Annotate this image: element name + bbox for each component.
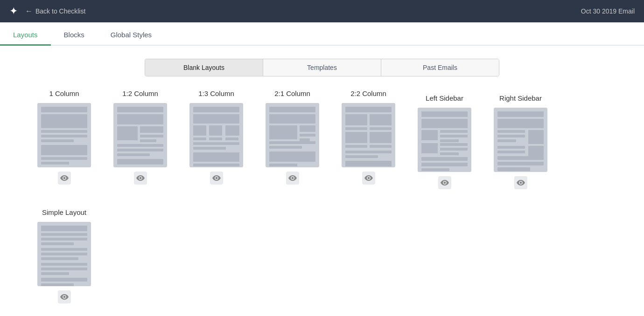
preview-row-2-1-column[interactable] xyxy=(286,171,299,185)
svg-rect-16 xyxy=(117,153,150,156)
layout-thumb-1-2-column[interactable] xyxy=(113,103,167,167)
layouts-grid: 1 Column xyxy=(37,89,607,304)
svg-rect-74 xyxy=(497,156,544,160)
svg-rect-56 xyxy=(440,135,468,137)
eye-icon-2-2-column[interactable] xyxy=(362,172,375,185)
svg-rect-51 xyxy=(345,161,392,166)
back-arrow-icon: ← xyxy=(25,7,33,15)
svg-rect-15 xyxy=(117,149,163,151)
eye-icon-1-2-column[interactable] xyxy=(134,172,147,185)
preview-row-1-column[interactable] xyxy=(58,171,71,185)
preview-row-1-3-column[interactable] xyxy=(210,171,223,185)
layout-thumb-2-2-column[interactable] xyxy=(342,103,395,167)
layout-item-2-1-column: 2:1 Column xyxy=(266,89,319,190)
sub-tab-blank-layouts[interactable]: Blank Layouts xyxy=(145,59,263,76)
layout-thumb-2-1-column[interactable] xyxy=(266,103,319,167)
eye-icon-1-column[interactable] xyxy=(58,172,71,185)
svg-rect-60 xyxy=(440,148,468,151)
logo-icon: ✦ xyxy=(9,5,18,17)
svg-rect-67 xyxy=(497,130,525,133)
preview-row-left-sidebar[interactable] xyxy=(438,176,451,190)
svg-rect-70 xyxy=(528,130,544,144)
svg-rect-29 xyxy=(193,164,239,166)
svg-rect-10 xyxy=(117,126,138,140)
svg-rect-26 xyxy=(193,142,239,145)
svg-rect-12 xyxy=(140,135,163,137)
svg-rect-11 xyxy=(140,126,163,133)
layout-thumb-left-sidebar[interactable] xyxy=(418,108,471,172)
svg-rect-64 xyxy=(421,168,449,171)
svg-rect-82 xyxy=(41,253,87,255)
svg-rect-46 xyxy=(370,132,392,143)
eye-icon-right-sidebar[interactable] xyxy=(514,176,527,189)
tab-layouts[interactable]: Layouts xyxy=(0,25,51,46)
preview-row-1-2-column[interactable] xyxy=(134,171,147,185)
svg-rect-20 xyxy=(193,125,206,136)
preview-row-2-2-column[interactable] xyxy=(362,171,375,185)
svg-rect-59 xyxy=(440,143,468,146)
svg-rect-84 xyxy=(41,263,87,266)
svg-rect-13 xyxy=(140,139,156,142)
preview-row-simple-layout[interactable] xyxy=(58,290,71,304)
svg-rect-33 xyxy=(300,125,315,132)
svg-rect-48 xyxy=(370,145,392,148)
svg-rect-19 xyxy=(193,114,239,124)
svg-rect-5 xyxy=(41,145,87,155)
svg-rect-25 xyxy=(225,137,238,140)
svg-rect-58 xyxy=(421,143,438,153)
layout-item-1-2-column: 1:2 Column xyxy=(113,89,167,190)
layout-thumb-simple-layout[interactable] xyxy=(37,222,91,286)
main-content: Blank Layouts Templates Past Emails 1 Co… xyxy=(0,46,644,316)
svg-rect-24 xyxy=(209,137,222,140)
layout-thumb-1-column[interactable] xyxy=(37,103,91,167)
layout-item-simple-layout: Simple Layout xyxy=(37,208,91,304)
layout-thumb-1-3-column[interactable] xyxy=(189,103,243,167)
svg-rect-8 xyxy=(117,107,163,112)
eye-icon-2-1-column[interactable] xyxy=(286,172,299,185)
sub-tab-templates[interactable]: Templates xyxy=(263,59,381,76)
layout-label-right-sidebar: Right Sidebar xyxy=(499,94,542,102)
svg-rect-63 xyxy=(421,163,468,166)
svg-rect-78 xyxy=(41,233,87,236)
layout-item-right-sidebar: Right Sidebar xyxy=(494,94,547,190)
svg-rect-86 xyxy=(41,272,69,275)
svg-rect-66 xyxy=(497,119,544,128)
layout-thumb-right-sidebar[interactable] xyxy=(494,108,547,172)
tab-global-styles[interactable]: Global Styles xyxy=(98,25,165,46)
layout-label-simple-layout: Simple Layout xyxy=(42,208,86,216)
svg-rect-50 xyxy=(345,155,378,158)
eye-icon-left-sidebar[interactable] xyxy=(438,176,451,189)
svg-rect-45 xyxy=(345,132,367,143)
sub-tab-past-emails[interactable]: Past Emails xyxy=(381,59,499,76)
preview-row-right-sidebar[interactable] xyxy=(514,176,527,190)
svg-rect-62 xyxy=(421,157,468,161)
svg-rect-53 xyxy=(421,119,468,128)
eye-icon-1-3-column[interactable] xyxy=(210,172,223,185)
svg-rect-83 xyxy=(41,257,78,260)
svg-rect-57 xyxy=(440,139,459,142)
back-to-checklist-link[interactable]: ← Back to Checklist xyxy=(25,7,85,15)
svg-rect-14 xyxy=(117,144,163,147)
top-bar: ✦ ← Back to Checklist Oct 30 2019 Email xyxy=(0,0,644,22)
svg-rect-0 xyxy=(41,107,87,112)
svg-rect-27 xyxy=(193,147,226,150)
svg-rect-88 xyxy=(41,283,74,286)
svg-rect-18 xyxy=(193,107,239,112)
eye-icon-simple-layout[interactable] xyxy=(58,290,71,303)
svg-rect-80 xyxy=(41,242,74,245)
layout-item-left-sidebar: Left Sidebar xyxy=(418,94,471,190)
svg-rect-71 xyxy=(497,146,525,149)
tab-blocks[interactable]: Blocks xyxy=(51,25,98,46)
layout-label-2-2-column: 2:2 Column xyxy=(350,89,386,97)
layout-item-1-3-column: 1:3 Column xyxy=(189,89,243,190)
svg-rect-17 xyxy=(117,159,163,165)
svg-rect-79 xyxy=(41,238,87,240)
svg-rect-1 xyxy=(41,114,87,128)
svg-rect-61 xyxy=(440,152,459,155)
svg-rect-28 xyxy=(193,152,239,162)
sub-tabs: Blank Layouts Templates Past Emails xyxy=(145,59,499,76)
svg-rect-76 xyxy=(497,167,530,171)
svg-rect-37 xyxy=(269,146,302,149)
svg-rect-34 xyxy=(300,134,315,137)
svg-rect-41 xyxy=(345,114,367,125)
